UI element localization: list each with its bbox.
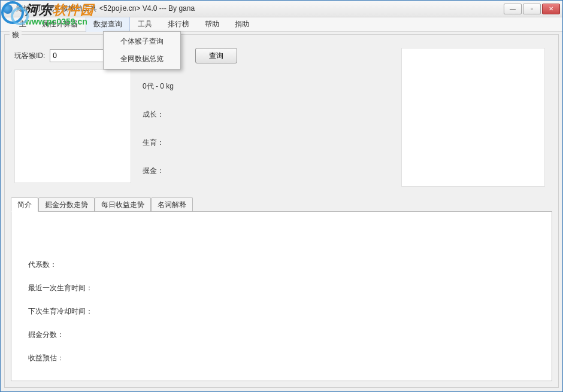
dropdown-individual-query[interactable]: 个体猴子查询: [105, 33, 179, 50]
menu-tools[interactable]: 工具: [130, 16, 160, 32]
app-window: 海纳百川 玩客猴辅助工具 <52pojie.cn> V4.0 --- By ga…: [0, 0, 563, 392]
minimize-button[interactable]: —: [504, 4, 522, 14]
intro-gen-count: 代系数：: [28, 260, 535, 270]
menu-data-query[interactable]: 数据查询: [86, 16, 130, 32]
stat-gold: 掘金：: [143, 166, 174, 176]
menu-donate[interactable]: 捐助: [227, 16, 257, 32]
intro-income-est: 收益预估：: [28, 353, 535, 363]
query-button[interactable]: 查询: [195, 48, 237, 63]
titlebar[interactable]: 海纳百川 玩客猴辅助工具 <52pojie.cn> V4.0 --- By ga…: [1, 1, 562, 17]
stat-generation: 0代 - 0 kg: [143, 81, 174, 92]
monkey-image-box: [14, 69, 131, 183]
intro-last-birth: 最近一次生育时间：: [28, 283, 535, 293]
menu-help[interactable]: 帮助: [197, 16, 227, 32]
intro-next-cooldown: 下次生育冷却时间：: [28, 306, 535, 317]
tab-income-trend[interactable]: 每日收益走势: [95, 197, 151, 211]
client-area: 猴 玩客猴ID: 查询 0代 - 0 kg 成长： 生育： 掘金： 简介 掘金分…: [1, 32, 562, 391]
menu-rank[interactable]: 排行榜: [160, 16, 197, 32]
tab-strip: 简介 掘金分数走势 每日收益走势 名词解释: [11, 197, 552, 211]
window-title: 海纳百川 玩客猴辅助工具 <52pojie.cn> V4.0 --- By ga…: [16, 4, 504, 14]
stats-block: 0代 - 0 kg 成长： 生育： 掘金：: [143, 81, 174, 194]
app-icon: [3, 4, 13, 14]
detail-box: [401, 48, 545, 187]
tab-content-intro: 代系数： 最近一次生育时间： 下次生育冷却时间： 掘金分数： 收益预估：: [11, 211, 552, 381]
stat-growth: 成长：: [143, 110, 174, 120]
stat-birth: 生育：: [143, 138, 174, 148]
intro-gold-score: 掘金分数：: [28, 330, 535, 340]
tab-intro[interactable]: 简介: [11, 197, 38, 212]
groupbox-label: 猴: [10, 30, 22, 40]
menu-attr-calc[interactable]: 属性计算器: [34, 16, 86, 32]
dropdown-network-overview[interactable]: 全网数据总览: [105, 50, 179, 68]
monkey-groupbox: 猴 玩客猴ID: 查询 0代 - 0 kg 成长： 生育： 掘金： 简介 掘金分…: [4, 34, 559, 388]
tab-glossary[interactable]: 名词解释: [151, 197, 193, 211]
tabs-area: 简介 掘金分数走势 每日收益走势 名词解释 代系数： 最近一次生育时间： 下次生…: [11, 197, 552, 381]
menubar: 主 属性计算器 数据查询 工具 排行榜 帮助 捐助: [1, 17, 562, 32]
window-controls: — ▫ ✕: [504, 4, 560, 14]
maximize-button[interactable]: ▫: [523, 4, 541, 14]
data-query-dropdown: 个体猴子查询 全网数据总览: [103, 31, 181, 69]
close-button[interactable]: ✕: [542, 4, 560, 14]
tab-gold-trend[interactable]: 掘金分数走势: [38, 197, 95, 211]
id-label: 玩客猴ID:: [14, 51, 45, 61]
